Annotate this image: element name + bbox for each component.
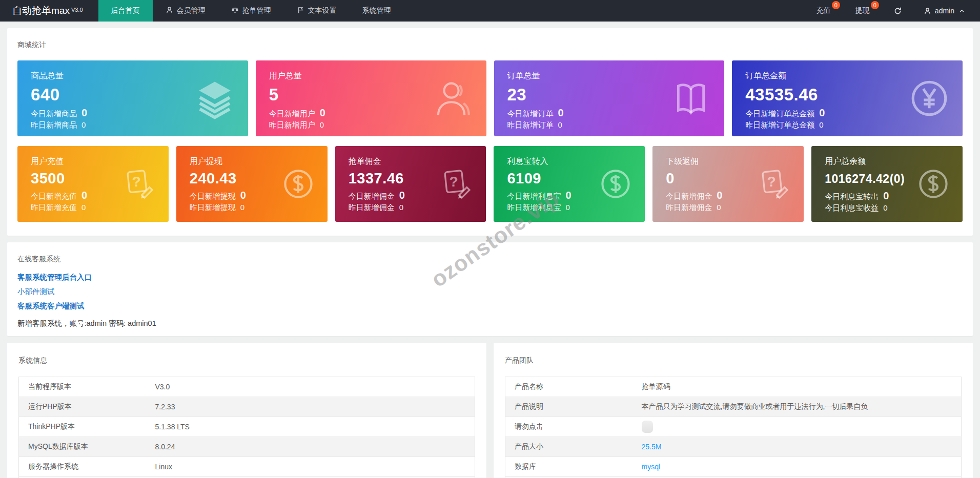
table-row: ThinkPHP版本 5.1.38 LTS — [19, 417, 475, 437]
stat-today-value: 0 — [717, 190, 722, 201]
header-action-button[interactable]: 充值 0 — [809, 6, 838, 15]
service-link[interactable]: 客服系统管理后台入口 — [17, 270, 92, 284]
username: admin — [935, 7, 954, 15]
system-info-panel: 系统信息 当前程序版本 V3.0 运行PHP版本 7.2.33 — [7, 343, 486, 478]
stat-card: 抢单佣金 1337.46 今日新增佣金0 昨日新增佣金0 ? — [335, 146, 486, 222]
customer-service-panel: 在线客服系统 客服系统管理后台入口 小部件测试 客服系统客户端测试 新增客服系统… — [7, 242, 973, 336]
product-team-title: 产品团队 — [505, 355, 962, 365]
stat-yesterday-label: 昨日新增订单总金额 — [745, 120, 814, 130]
stats-panel: 商城统计 商品总量 640 今日新增商品0 昨日新增商品0 用户总量 5 今日新… — [7, 28, 973, 236]
service-link[interactable]: 小部件测试 — [17, 284, 55, 299]
row-value[interactable]: 本产品只为学习测试交流,请勿要做商业或者用于违法行为,一切后果自负 — [642, 402, 868, 410]
stat-today-value: 0 — [240, 190, 246, 201]
table-row: 当前程序版本 V3.0 — [19, 377, 475, 397]
row-value: Linux — [155, 463, 172, 471]
stat-yesterday-line: 昨日新增充值0 — [31, 203, 155, 213]
stat-yesterday-value: 0 — [81, 120, 86, 129]
nav-item[interactable]: 系统管理 — [350, 0, 404, 22]
nav-item[interactable]: 后台首页 — [98, 0, 153, 22]
stat-yesterday-line: 昨日新增订单总金额0 — [745, 120, 949, 130]
top-bar: 自动抢单maxV3.0 后台首页 会员管理 抢单管理 — [0, 0, 980, 22]
table-row: 运行PHP版本 7.2.33 — [19, 397, 475, 417]
stat-card-title: 用户充值 — [31, 156, 155, 167]
sticker-icon[interactable] — [642, 421, 653, 433]
nav-item[interactable]: 文本设置 — [284, 0, 350, 22]
stat-today-value: 0 — [819, 107, 825, 119]
stat-today-label: 今日利息宝转出 — [825, 192, 879, 202]
stat-yesterday-value: 0 — [399, 203, 403, 212]
dashboard-page: 自动抢单maxV3.0 后台首页 会员管理 抢单管理 — [0, 0, 980, 478]
stat-yesterday-value: 0 — [81, 203, 86, 212]
stat-today-label: 今日新增订单总金额 — [745, 109, 814, 119]
nav-user-icon — [166, 6, 173, 15]
stat-today-label: 今日新增提现 — [190, 192, 236, 201]
app-title: 自动抢单max — [12, 4, 70, 17]
stat-card-title: 下级返佣 — [666, 156, 790, 167]
flag-icon — [297, 6, 304, 15]
user-menu[interactable]: admin — [913, 7, 969, 15]
service-link[interactable]: 客服系统客户端测试 — [17, 299, 85, 313]
stat-card: 商品总量 640 今日新增商品0 昨日新增商品0 — [17, 60, 248, 136]
app-version: V3.0 — [71, 7, 83, 13]
nav-item-label: 系统管理 — [362, 6, 391, 15]
stats-row-1: 商品总量 640 今日新增商品0 昨日新增商品0 用户总量 5 今日新增用户0 … — [17, 60, 963, 136]
stat-card: 利息宝转入 6109 今日新增利息宝0 昨日新增利息宝0 — [494, 146, 645, 222]
users-icon — [432, 77, 474, 119]
row-label: MySQL数据库版本 — [19, 437, 146, 457]
stat-card-title: 用户提现 — [190, 156, 314, 167]
stat-card-title: 抢单佣金 — [349, 156, 473, 167]
svg-text:?: ? — [767, 173, 776, 190]
stat-today-value: 0 — [81, 107, 87, 119]
row-label: 服务器操作系统 — [19, 457, 146, 477]
stat-today-label: 今日新增用户 — [269, 109, 315, 119]
svg-text:?: ? — [132, 173, 140, 190]
stat-yesterday-line: 昨日新增佣金0 — [666, 203, 790, 213]
stat-yesterday-value: 0 — [717, 203, 721, 212]
nav-item-label: 抢单管理 — [242, 6, 271, 15]
row-value[interactable]: 25.5M — [642, 443, 662, 451]
stat-yesterday-label: 今日利息宝收益 — [825, 203, 879, 213]
nav-item[interactable]: 会员管理 — [153, 0, 218, 22]
stat-card: 订单总量 23 今日新增订单0 昨日新增订单0 — [494, 60, 725, 136]
stat-card: 用户总量 5 今日新增用户0 昨日新增用户0 — [256, 60, 486, 136]
row-label: 当前程序版本 — [19, 377, 146, 397]
svg-text:?: ? — [450, 173, 458, 190]
main-content: 商城统计 商品总量 640 今日新增商品0 昨日新增商品0 用户总量 5 今日新… — [0, 22, 980, 478]
row-value: 8.0.24 — [155, 443, 175, 451]
row-value[interactable]: mysql — [642, 463, 661, 471]
stat-today-label: 今日新增订单 — [507, 109, 554, 119]
nav-item[interactable]: 抢单管理 — [218, 0, 284, 22]
system-info-title: 系统信息 — [18, 355, 475, 365]
user-icon — [924, 7, 931, 15]
stat-today-label: 今日新增利息宝 — [507, 192, 561, 201]
table-row: 产品大小 25.5M — [505, 437, 962, 457]
refresh-button[interactable] — [885, 7, 910, 15]
refresh-icon — [893, 7, 902, 15]
table-row: 服务器操作系统 Linux — [19, 457, 475, 477]
row-value[interactable]: 抢单源码 — [642, 382, 670, 390]
stat-yesterday-value: 0 — [558, 120, 562, 129]
book-icon — [670, 77, 712, 119]
row-value: V3.0 — [155, 383, 170, 391]
header-actions: 充值 0 提现 0 admin — [804, 0, 980, 22]
header-action-label: 充值 — [816, 6, 831, 14]
header-action-button[interactable]: 提现 0 — [848, 6, 877, 15]
stat-yesterday-label: 昨日新增佣金 — [349, 203, 395, 213]
stat-yesterday-label: 昨日新增提现 — [190, 203, 236, 213]
app-logo: 自动抢单maxV3.0 — [0, 0, 98, 22]
service-account-note: 新增客服系统，账号:admin 密码: admin01 — [17, 318, 963, 329]
table-row: 数据库 mysql — [505, 457, 962, 477]
stat-card: 用户总余额 1016274.42(0) 今日利息宝转出0 今日利息宝收益0 — [811, 146, 963, 222]
stat-card: 用户充值 3500 今日新增充值0 昨日新增充值0 ? — [17, 146, 169, 222]
stat-today-label: 今日新增商品 — [31, 109, 77, 119]
product-team-panel: 产品团队 产品名称 抢单源码 — [494, 343, 973, 478]
row-label: 产品名称 — [505, 377, 632, 397]
stat-yesterday-label: 昨日新增利息宝 — [507, 203, 561, 213]
table-row: MySQL数据库版本 8.0.24 — [19, 437, 475, 457]
layers-icon — [194, 77, 236, 119]
nav-item-label: 后台首页 — [111, 6, 140, 15]
row-label: 请勿点击 — [505, 417, 632, 437]
stat-yesterday-line: 昨日新增佣金0 — [349, 203, 473, 213]
dollar-circle-icon — [599, 167, 632, 201]
stat-card-title: 用户总余额 — [825, 156, 949, 167]
